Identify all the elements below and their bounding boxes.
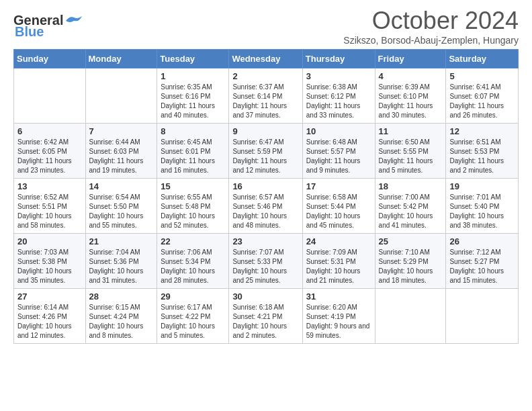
calendar-header: Sunday Monday Tuesday Wednesday Thursday…	[14, 50, 519, 68]
header-thursday: Thursday	[302, 50, 375, 68]
calendar-body: 1Sunrise: 6:35 AMSunset: 6:16 PMDaylight…	[14, 68, 519, 344]
day-number: 21	[89, 236, 154, 246]
table-row: 20Sunrise: 7:03 AMSunset: 5:38 PMDayligh…	[14, 234, 86, 289]
header-monday: Monday	[85, 50, 157, 68]
day-info: Sunrise: 7:04 AMSunset: 5:36 PMDaylight:…	[89, 248, 154, 285]
table-row: 22Sunrise: 7:06 AMSunset: 5:34 PMDayligh…	[157, 234, 229, 289]
header-friday: Friday	[375, 50, 446, 68]
day-number: 10	[306, 126, 371, 136]
page-header: General Blue October 2024 Szikszo, Borso…	[0, 0, 532, 49]
table-row	[85, 68, 157, 124]
table-row: 8Sunrise: 6:45 AMSunset: 6:01 PMDaylight…	[157, 124, 229, 179]
day-info: Sunrise: 6:50 AMSunset: 5:55 PMDaylight:…	[379, 138, 443, 175]
day-info: Sunrise: 6:47 AMSunset: 5:59 PMDaylight:…	[232, 138, 298, 175]
day-info: Sunrise: 6:51 AMSunset: 5:53 PMDaylight:…	[449, 138, 515, 175]
logo: General Blue	[13, 13, 83, 40]
day-info: Sunrise: 6:20 AMSunset: 4:19 PMDaylight:…	[306, 303, 371, 340]
day-number: 11	[379, 126, 443, 136]
day-info: Sunrise: 6:54 AMSunset: 5:50 PMDaylight:…	[89, 193, 154, 230]
day-number: 12	[449, 126, 515, 136]
day-info: Sunrise: 7:00 AMSunset: 5:42 PMDaylight:…	[379, 193, 443, 230]
table-row: 6Sunrise: 6:42 AMSunset: 6:05 PMDaylight…	[14, 124, 86, 179]
table-row: 11Sunrise: 6:50 AMSunset: 5:55 PMDayligh…	[375, 124, 446, 179]
day-number: 30	[232, 291, 298, 302]
calendar-wrapper: Sunday Monday Tuesday Wednesday Thursday…	[0, 49, 532, 351]
calendar-week-1: 1Sunrise: 6:35 AMSunset: 6:16 PMDaylight…	[14, 68, 519, 124]
table-row	[375, 289, 446, 344]
day-number: 31	[306, 291, 371, 302]
day-number: 18	[379, 181, 443, 191]
day-info: Sunrise: 6:35 AMSunset: 6:16 PMDaylight:…	[161, 83, 225, 120]
day-number: 20	[17, 236, 82, 246]
table-row: 30Sunrise: 6:18 AMSunset: 4:21 PMDayligh…	[229, 289, 302, 344]
day-info: Sunrise: 7:07 AMSunset: 5:33 PMDaylight:…	[232, 248, 298, 285]
day-number: 15	[161, 181, 225, 191]
table-row: 17Sunrise: 6:58 AMSunset: 5:44 PMDayligh…	[302, 179, 375, 234]
table-row: 29Sunrise: 6:17 AMSunset: 4:22 PMDayligh…	[157, 289, 229, 344]
table-row: 25Sunrise: 7:10 AMSunset: 5:29 PMDayligh…	[375, 234, 446, 289]
day-number: 3	[306, 71, 371, 81]
table-row	[14, 68, 86, 124]
table-row: 3Sunrise: 6:38 AMSunset: 6:12 PMDaylight…	[302, 68, 375, 124]
day-info: Sunrise: 6:58 AMSunset: 5:44 PMDaylight:…	[306, 193, 371, 230]
table-row: 5Sunrise: 6:41 AMSunset: 6:07 PMDaylight…	[446, 68, 519, 124]
day-info: Sunrise: 6:41 AMSunset: 6:07 PMDaylight:…	[449, 83, 515, 120]
day-number: 7	[89, 126, 154, 136]
table-row: 7Sunrise: 6:44 AMSunset: 6:03 PMDaylight…	[85, 124, 157, 179]
header-saturday: Saturday	[446, 50, 519, 68]
day-info: Sunrise: 6:55 AMSunset: 5:48 PMDaylight:…	[161, 193, 225, 230]
table-row: 18Sunrise: 7:00 AMSunset: 5:42 PMDayligh…	[375, 179, 446, 234]
table-row: 13Sunrise: 6:52 AMSunset: 5:51 PMDayligh…	[14, 179, 86, 234]
day-number: 9	[232, 126, 298, 136]
day-info: Sunrise: 6:37 AMSunset: 6:14 PMDaylight:…	[232, 83, 298, 120]
day-number: 27	[17, 291, 82, 302]
calendar-week-4: 20Sunrise: 7:03 AMSunset: 5:38 PMDayligh…	[14, 234, 519, 289]
day-info: Sunrise: 6:48 AMSunset: 5:57 PMDaylight:…	[306, 138, 371, 175]
day-info: Sunrise: 6:52 AMSunset: 5:51 PMDaylight:…	[17, 193, 82, 230]
day-number: 5	[449, 71, 515, 81]
table-row: 1Sunrise: 6:35 AMSunset: 6:16 PMDaylight…	[157, 68, 229, 124]
table-row: 16Sunrise: 6:57 AMSunset: 5:46 PMDayligh…	[229, 179, 302, 234]
day-info: Sunrise: 7:09 AMSunset: 5:31 PMDaylight:…	[306, 248, 371, 285]
month-title: October 2024	[343, 7, 519, 35]
day-info: Sunrise: 7:03 AMSunset: 5:38 PMDaylight:…	[17, 248, 82, 285]
day-info: Sunrise: 6:39 AMSunset: 6:10 PMDaylight:…	[379, 83, 443, 120]
location-title: Szikszo, Borsod-Abauj-Zemplen, Hungary	[343, 35, 519, 46]
table-row: 12Sunrise: 6:51 AMSunset: 5:53 PMDayligh…	[446, 124, 519, 179]
day-number: 6	[17, 126, 82, 136]
day-number: 4	[379, 71, 443, 81]
day-number: 19	[449, 181, 515, 191]
day-number: 22	[161, 236, 225, 246]
table-row: 9Sunrise: 6:47 AMSunset: 5:59 PMDaylight…	[229, 124, 302, 179]
days-header-row: Sunday Monday Tuesday Wednesday Thursday…	[14, 50, 519, 68]
header-sunday: Sunday	[14, 50, 86, 68]
table-row: 31Sunrise: 6:20 AMSunset: 4:19 PMDayligh…	[302, 289, 375, 344]
day-number: 26	[449, 236, 515, 246]
table-row: 24Sunrise: 7:09 AMSunset: 5:31 PMDayligh…	[302, 234, 375, 289]
day-number: 24	[306, 236, 371, 246]
day-info: Sunrise: 7:10 AMSunset: 5:29 PMDaylight:…	[379, 248, 443, 285]
table-row	[446, 289, 519, 344]
table-row: 21Sunrise: 7:04 AMSunset: 5:36 PMDayligh…	[85, 234, 157, 289]
table-row: 23Sunrise: 7:07 AMSunset: 5:33 PMDayligh…	[229, 234, 302, 289]
table-row: 19Sunrise: 7:01 AMSunset: 5:40 PMDayligh…	[446, 179, 519, 234]
day-number: 25	[379, 236, 443, 246]
table-row: 27Sunrise: 6:14 AMSunset: 4:26 PMDayligh…	[14, 289, 86, 344]
day-info: Sunrise: 7:12 AMSunset: 5:27 PMDaylight:…	[449, 248, 515, 285]
day-info: Sunrise: 6:18 AMSunset: 4:21 PMDaylight:…	[232, 303, 298, 340]
table-row: 14Sunrise: 6:54 AMSunset: 5:50 PMDayligh…	[85, 179, 157, 234]
day-info: Sunrise: 6:38 AMSunset: 6:12 PMDaylight:…	[306, 83, 371, 120]
day-number: 23	[232, 236, 298, 246]
table-row: 4Sunrise: 6:39 AMSunset: 6:10 PMDaylight…	[375, 68, 446, 124]
calendar-week-2: 6Sunrise: 6:42 AMSunset: 6:05 PMDaylight…	[14, 124, 519, 179]
day-info: Sunrise: 7:01 AMSunset: 5:40 PMDaylight:…	[449, 193, 515, 230]
day-number: 17	[306, 181, 371, 191]
day-number: 29	[161, 291, 225, 302]
day-info: Sunrise: 6:57 AMSunset: 5:46 PMDaylight:…	[232, 193, 298, 230]
calendar-table: Sunday Monday Tuesday Wednesday Thursday…	[13, 49, 519, 344]
day-number: 13	[17, 181, 82, 191]
day-number: 16	[232, 181, 298, 191]
table-row: 15Sunrise: 6:55 AMSunset: 5:48 PMDayligh…	[157, 179, 229, 234]
table-row: 2Sunrise: 6:37 AMSunset: 6:14 PMDaylight…	[229, 68, 302, 124]
day-number: 14	[89, 181, 154, 191]
